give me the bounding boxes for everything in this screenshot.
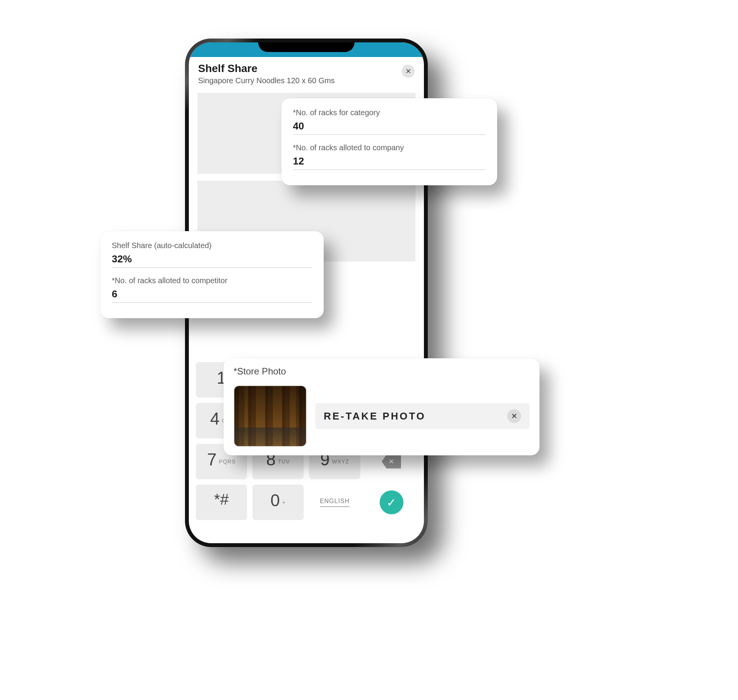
card-store-photo: *Store Photo RE-TAKE PHOTO ✕ bbox=[224, 358, 540, 455]
racks-category-input[interactable]: 40 bbox=[293, 120, 486, 135]
page-title: Shelf Share bbox=[198, 62, 415, 75]
store-photo-thumbnail[interactable] bbox=[234, 385, 307, 447]
retake-photo-button[interactable]: RE-TAKE PHOTO ✕ bbox=[315, 403, 530, 429]
retake-photo-label: RE-TAKE PHOTO bbox=[324, 410, 426, 422]
check-icon: ✓ bbox=[380, 490, 403, 514]
shelf-share-value: 32% bbox=[112, 253, 312, 268]
backspace-icon: ✕ bbox=[382, 455, 401, 468]
close-icon: ✕ bbox=[511, 411, 518, 421]
racks-category-label: *No. of racks for category bbox=[293, 108, 486, 117]
page-subtitle: Singapore Curry Noodles 120 x 60 Gms bbox=[198, 76, 415, 85]
close-button[interactable]: ✕ bbox=[402, 65, 415, 78]
racks-competitor-label: *No. of racks alloted to competitor bbox=[112, 276, 312, 285]
key-symbols[interactable]: *# bbox=[196, 485, 247, 520]
racks-competitor-input[interactable]: 6 bbox=[112, 288, 312, 303]
key-0[interactable]: 0+ bbox=[252, 485, 304, 520]
store-photo-label: *Store Photo bbox=[234, 366, 530, 377]
card-racks-company: *No. of racks for category 40 *No. of ra… bbox=[281, 98, 497, 185]
key-language[interactable]: ENGLISH bbox=[309, 485, 360, 520]
close-icon: ✕ bbox=[405, 67, 411, 76]
app-header: Shelf Share Singapore Curry Noodles 120 … bbox=[189, 57, 424, 89]
phone-notch bbox=[258, 42, 355, 52]
racks-company-input[interactable]: 12 bbox=[293, 155, 486, 170]
shelf-share-label: Shelf Share (auto-calculated) bbox=[112, 241, 312, 250]
card-shelf-share: Shelf Share (auto-calculated) 32% *No. o… bbox=[100, 231, 324, 318]
key-confirm[interactable]: ✓ bbox=[366, 485, 417, 520]
racks-company-label: *No. of racks alloted to company bbox=[293, 143, 486, 152]
remove-photo-button[interactable]: ✕ bbox=[507, 409, 521, 423]
